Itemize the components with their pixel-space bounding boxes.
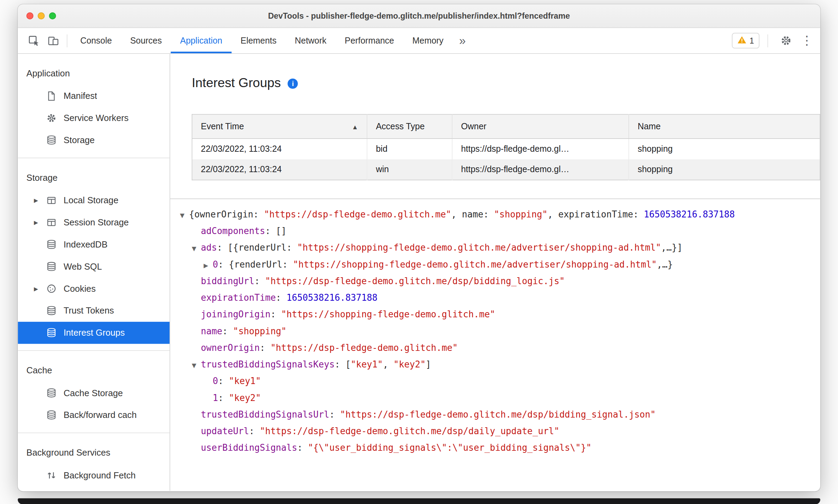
sidebar-item-label: Cache Storage — [64, 388, 123, 398]
sidebar-item-back-forward-cach[interactable]: Back/forward cach — [18, 404, 170, 426]
json-text: : — [286, 243, 297, 253]
sidebar-item-indexeddb[interactable]: IndexedDB — [18, 234, 170, 256]
table-row-0[interactable]: 22/03/2022, 11:03:24bidhttps://dsp-fledg… — [192, 139, 820, 159]
sidebar-item-session-storage[interactable]: ▶Session Storage — [18, 212, 170, 234]
json-text: : — [483, 209, 494, 220]
menu-kebab-button[interactable]: ⋮ — [800, 31, 814, 50]
json-string: "https://shopping-fledge-demo.glitch.me" — [281, 309, 495, 320]
tree-row-13[interactable]: updateUrl: "https://dsp-fledge-demo.glit… — [180, 423, 820, 439]
tree-expand-icon[interactable]: ▼ — [180, 207, 189, 224]
tree-row-2[interactable]: ▼ads: [{renderUrl: "https://shopping-fle… — [180, 240, 820, 256]
tree-row-7[interactable]: name: "shopping" — [180, 323, 820, 339]
tree-expand-icon[interactable]: ▼ — [192, 357, 201, 374]
tab-console[interactable]: Console — [71, 28, 121, 53]
tree-expand-icon[interactable]: ▼ — [192, 241, 201, 257]
sidebar-item-label: Cookies — [64, 283, 96, 294]
sidebar-section-storage: Storage▶Local Storage▶Session StorageInd… — [18, 158, 170, 351]
json-key: 0 — [213, 259, 218, 270]
tree-row-5[interactable]: expirationTime: 1650538216.837188 — [180, 289, 820, 306]
tree-expand-icon[interactable]: ▶ — [203, 257, 212, 274]
issues-count: 1 — [749, 36, 754, 45]
tree-row-6[interactable]: joiningOrigin: "https://shopping-fledge-… — [180, 306, 820, 323]
sidebar-item-web-sql[interactable]: Web SQL — [18, 255, 170, 278]
tree-row-0[interactable]: ▼{ownerOrigin: "https://dsp-fledge-demo.… — [180, 206, 820, 223]
sidebar-item-background-fetch[interactable]: Background Fetch — [18, 464, 170, 486]
column-header-owner[interactable]: Owner — [452, 114, 629, 139]
inspect-element-button[interactable] — [24, 31, 44, 50]
json-text: : — [222, 326, 233, 336]
sidebar-item-cookies[interactable]: ▶Cookies — [18, 278, 170, 300]
json-key: joiningOrigin — [201, 309, 271, 320]
tree-row-8[interactable]: ownerOrigin: "https://dsp-fledge-demo.gl… — [180, 339, 820, 356]
json-number: 1650538216.837188 — [286, 293, 377, 303]
events-table-head: Event Time▲Access TypeOwnerName — [192, 114, 820, 139]
more-panels-button[interactable]: » — [453, 28, 472, 53]
sidebar-item-local-storage[interactable]: ▶Local Storage — [18, 189, 170, 212]
json-text: : — [253, 209, 264, 220]
devtools-window: DevTools - publisher-fledge-demo.glitch.… — [18, 4, 820, 491]
tab-application[interactable]: Application — [171, 28, 231, 53]
expand-triangle-icon[interactable]: ▶ — [34, 286, 46, 292]
sidebar-item-label: Web SQL — [64, 262, 102, 272]
database-icon — [46, 305, 56, 316]
interest-groups-panel: Interest Groups i Event Time▲Access Type… — [170, 54, 820, 491]
expand-triangle-icon[interactable]: ▶ — [34, 197, 46, 203]
json-text: : [] — [265, 226, 286, 236]
json-text: : — [633, 209, 644, 220]
tab-sources[interactable]: Sources — [121, 28, 171, 53]
json-string: "key1" — [229, 376, 261, 386]
table-cell: 22/03/2022, 11:03:24 — [192, 159, 367, 180]
tab-memory[interactable]: Memory — [403, 28, 453, 53]
json-text: : — [218, 393, 229, 403]
table-icon — [46, 195, 56, 206]
json-text: , — [383, 360, 393, 370]
json-text: , — [451, 209, 462, 220]
json-text: : — [276, 293, 286, 303]
json-text: : — [329, 410, 340, 420]
sidebar-item-manifest[interactable]: Manifest — [18, 85, 170, 107]
tree-row-1[interactable]: adComponents: [] — [180, 223, 820, 239]
sidebar-item-interest-groups[interactable]: Interest Groups — [18, 322, 170, 344]
tree-row-9[interactable]: ▼trustedBiddingSignalsKeys: ["key1", "ke… — [180, 356, 820, 373]
sidebar-section-application: ApplicationManifestService WorkersStorag… — [18, 54, 170, 158]
background-window-edge — [18, 498, 820, 504]
tab-performance[interactable]: Performance — [336, 28, 403, 53]
json-string: "https://dsp-fledge-demo.glitch.me" — [271, 343, 458, 353]
column-header-event-time[interactable]: Event Time▲ — [192, 114, 367, 139]
column-header-access-type[interactable]: Access Type — [367, 114, 452, 139]
expand-triangle-icon[interactable]: ▶ — [34, 220, 46, 225]
sidebar-item-label: Interest Groups — [64, 328, 125, 338]
sidebar-item-trust-tokens[interactable]: Trust Tokens — [18, 300, 170, 322]
settings-gear-button[interactable] — [776, 31, 795, 50]
json-text: ,…}] — [661, 243, 683, 253]
tree-row-4[interactable]: biddingUrl: "https://dsp-fledge-demo.gli… — [180, 273, 820, 289]
json-text: ] — [426, 360, 431, 370]
table-cell: bid — [367, 139, 452, 159]
sidebar-item-cache-storage[interactable]: Cache Storage — [18, 382, 170, 404]
database-icon — [46, 388, 56, 399]
tab-network[interactable]: Network — [286, 28, 336, 53]
tab-elements[interactable]: Elements — [231, 28, 286, 53]
tree-row-11[interactable]: 1: "key2" — [180, 390, 820, 406]
sidebar-item-service-workers[interactable]: Service Workers — [18, 107, 170, 129]
info-icon[interactable]: i — [288, 78, 298, 89]
issues-counter[interactable]: 1 — [732, 33, 759, 48]
json-string: "key1" — [351, 360, 383, 370]
database-icon — [46, 327, 56, 338]
device-toolbar-button[interactable] — [44, 31, 63, 50]
sort-ascending-icon: ▲ — [352, 123, 358, 131]
tree-row-12[interactable]: trustedBiddingSignalsUrl: "https://dsp-f… — [180, 406, 820, 423]
tree-row-10[interactable]: 0: "key1" — [180, 373, 820, 390]
minimize-window-button[interactable] — [38, 12, 45, 19]
tree-row-14[interactable]: userBiddingSignals: "{\"user_bidding_sig… — [180, 440, 820, 456]
fetch-icon — [46, 470, 56, 481]
table-cell: win — [367, 159, 452, 180]
column-header-name[interactable]: Name — [629, 114, 820, 139]
sidebar-item-storage[interactable]: Storage — [18, 129, 170, 151]
table-row-1[interactable]: 22/03/2022, 11:03:24winhttps://dsp-fledg… — [192, 159, 820, 180]
json-key: trustedBiddingSignalsUrl — [201, 410, 329, 420]
zoom-window-button[interactable] — [49, 12, 56, 19]
close-window-button[interactable] — [26, 12, 33, 19]
tree-row-3[interactable]: ▶0: {renderUrl: "https://shopping-fledge… — [180, 256, 820, 273]
json-text: : [ — [335, 360, 350, 370]
